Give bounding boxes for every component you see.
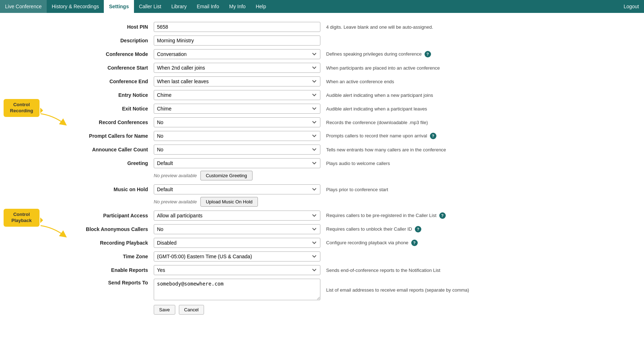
nav-email-info[interactable]: Email Info bbox=[192, 0, 224, 13]
nav-caller-list[interactable]: Caller List bbox=[134, 0, 166, 13]
upload-music-button[interactable]: Upload Music On Hold bbox=[200, 197, 258, 207]
entry-notice-desc: Audible alert indicating when a new part… bbox=[323, 88, 571, 102]
participant-access-label: Participant Access bbox=[68, 209, 151, 222]
time-zone-select-cell: (GMT-05:00) Eastern Time (US & Canada) (… bbox=[151, 250, 323, 263]
entry-notice-label: Entry Notice bbox=[68, 88, 151, 102]
time-zone-select[interactable]: (GMT-05:00) Eastern Time (US & Canada) (… bbox=[154, 251, 320, 261]
record-conferences-select-cell: No Yes bbox=[151, 116, 323, 129]
nav-library[interactable]: Library bbox=[166, 0, 192, 13]
recording-arrow bbox=[39, 112, 68, 126]
send-reports-desc: List of email addresses to receive email… bbox=[323, 277, 571, 303]
entry-notice-row: Entry Notice Chime Name None Audible ale… bbox=[68, 88, 571, 102]
prompt-callers-row: Prompt Callers for Name No Yes Prompts c… bbox=[68, 129, 571, 143]
description-input[interactable] bbox=[154, 36, 320, 46]
host-pin-label: Host PIN bbox=[68, 20, 151, 34]
conference-mode-select-cell: Conversation Presentation Q&A bbox=[151, 47, 323, 61]
conference-mode-select[interactable]: Conversation Presentation Q&A bbox=[154, 49, 320, 59]
conference-mode-help-icon[interactable]: ? bbox=[425, 51, 431, 57]
prompt-callers-label: Prompt Callers for Name bbox=[68, 129, 151, 143]
recording-playback-help-icon[interactable]: ? bbox=[411, 240, 418, 246]
conference-end-select-cell: When last caller leaves When host leaves… bbox=[151, 75, 323, 88]
record-conferences-select[interactable]: No Yes bbox=[154, 117, 320, 127]
nav-my-info[interactable]: My Info bbox=[224, 0, 251, 13]
description-desc bbox=[323, 34, 571, 47]
send-reports-input[interactable]: somebody@somewhere.com bbox=[154, 279, 320, 300]
participant-access-help-icon[interactable]: ? bbox=[439, 212, 446, 219]
enable-reports-select-cell: Yes No bbox=[151, 263, 323, 277]
music-on-hold-select[interactable]: Default Custom bbox=[154, 184, 320, 194]
exit-notice-desc: Audible alert indicating when a particip… bbox=[323, 102, 571, 116]
cancel-button[interactable]: Cancel bbox=[179, 305, 204, 315]
greeting-desc: Plays audio to welcome callers bbox=[323, 156, 571, 170]
greeting-preview-row: No preview available Customize Greeting bbox=[68, 170, 571, 183]
music-preview-row: No preview available Upload Music On Hol… bbox=[68, 196, 571, 209]
conference-start-select-cell: When 2nd caller joins Immediately When h… bbox=[151, 61, 323, 75]
logout-link[interactable]: Logout bbox=[618, 0, 644, 13]
control-playback-callout: Control Playback bbox=[4, 209, 40, 227]
conference-end-select[interactable]: When last caller leaves When host leaves… bbox=[154, 76, 320, 86]
entry-notice-select[interactable]: Chime Name None bbox=[154, 90, 320, 100]
announce-caller-row: Announce Caller Count No Yes Tells new e… bbox=[68, 143, 571, 156]
settings-form: Host PIN 4 digits. Leave blank and one w… bbox=[68, 20, 571, 316]
greeting-select[interactable]: Default Custom bbox=[154, 158, 320, 168]
music-preview-area: No preview available Upload Music On Hol… bbox=[154, 197, 320, 207]
playback-arrow bbox=[39, 224, 68, 238]
block-anonymous-help-icon[interactable]: ? bbox=[415, 226, 421, 232]
block-anonymous-select[interactable]: No Yes bbox=[154, 224, 320, 234]
music-on-hold-row: Music on Hold Default Custom Plays prior… bbox=[68, 183, 571, 196]
description-label: Description bbox=[68, 34, 151, 47]
customize-greeting-button[interactable]: Customize Greeting bbox=[200, 171, 252, 180]
conference-start-desc: When participants are placed into an act… bbox=[323, 61, 571, 75]
greeting-label: Greeting bbox=[68, 156, 151, 170]
exit-notice-row: Exit Notice Chime Name None Audible aler… bbox=[68, 102, 571, 116]
music-on-hold-select-cell: Default Custom bbox=[151, 183, 323, 196]
description-row: Description bbox=[68, 34, 571, 47]
time-zone-desc bbox=[323, 250, 571, 263]
greeting-select-cell: Default Custom bbox=[151, 156, 323, 170]
enable-reports-desc: Sends end-of-conference reports to the N… bbox=[323, 263, 571, 277]
nav-settings[interactable]: Settings bbox=[104, 0, 134, 13]
participant-access-desc: Requires callers to be pre-registered in… bbox=[323, 209, 571, 222]
record-conferences-desc: Records the conference (downloadable .mp… bbox=[323, 116, 571, 129]
recording-playback-select-cell: Disabled Enabled bbox=[151, 236, 323, 250]
conference-end-label: Conference End bbox=[68, 75, 151, 88]
navbar: Live Conference History & Recordings Set… bbox=[0, 0, 644, 13]
prompt-callers-select[interactable]: No Yes bbox=[154, 131, 320, 141]
participant-access-row: Participant Access Allow all participant… bbox=[68, 209, 571, 222]
nav-help[interactable]: Help bbox=[251, 0, 271, 13]
prompt-callers-desc: Prompts callers to record their name upo… bbox=[323, 129, 571, 143]
greeting-preview-text: No preview available bbox=[154, 173, 197, 178]
form-buttons-row: Save Cancel bbox=[68, 303, 571, 316]
description-input-cell bbox=[151, 34, 323, 47]
music-preview-text: No preview available bbox=[154, 199, 197, 204]
conference-start-label: Conference Start bbox=[68, 61, 151, 75]
entry-notice-select-cell: Chime Name None bbox=[151, 88, 323, 102]
conference-end-row: Conference End When last caller leaves W… bbox=[68, 75, 571, 88]
exit-notice-select-cell: Chime Name None bbox=[151, 102, 323, 116]
announce-caller-select[interactable]: No Yes bbox=[154, 145, 320, 155]
prompt-callers-help-icon[interactable]: ? bbox=[430, 133, 436, 139]
block-anonymous-row: Block Anonymous Callers No Yes Requires … bbox=[68, 222, 571, 236]
enable-reports-label: Enable Reports bbox=[68, 263, 151, 277]
announce-caller-label: Announce Caller Count bbox=[68, 143, 151, 156]
enable-reports-select[interactable]: Yes No bbox=[154, 265, 320, 275]
exit-notice-select[interactable]: Chime Name None bbox=[154, 104, 320, 114]
recording-playback-label: Recording Playback bbox=[68, 236, 151, 250]
music-on-hold-label: Music on Hold bbox=[68, 183, 151, 196]
conference-start-select[interactable]: When 2nd caller joins Immediately When h… bbox=[154, 63, 320, 73]
enable-reports-row: Enable Reports Yes No Sends end-of-confe… bbox=[68, 263, 571, 277]
nav-history-recordings[interactable]: History & Recordings bbox=[47, 0, 104, 13]
send-reports-row: Send Reports To somebody@somewhere.com L… bbox=[68, 277, 571, 303]
save-button[interactable]: Save bbox=[154, 305, 175, 315]
nav-live-conference[interactable]: Live Conference bbox=[0, 0, 47, 13]
block-anonymous-desc: Requires callers to unblock their Caller… bbox=[323, 222, 571, 236]
exit-notice-label: Exit Notice bbox=[68, 102, 151, 116]
prompt-callers-select-cell: No Yes bbox=[151, 129, 323, 143]
host-pin-input-cell bbox=[151, 20, 323, 34]
music-on-hold-desc: Plays prior to conference start bbox=[323, 183, 571, 196]
conference-start-row: Conference Start When 2nd caller joins I… bbox=[68, 61, 571, 75]
recording-playback-select[interactable]: Disabled Enabled bbox=[154, 238, 320, 248]
participant-access-select[interactable]: Allow all participants Pre-registered on… bbox=[154, 211, 320, 221]
record-conferences-row: Record Conferences No Yes Records the co… bbox=[68, 116, 571, 129]
host-pin-input[interactable] bbox=[154, 22, 320, 32]
